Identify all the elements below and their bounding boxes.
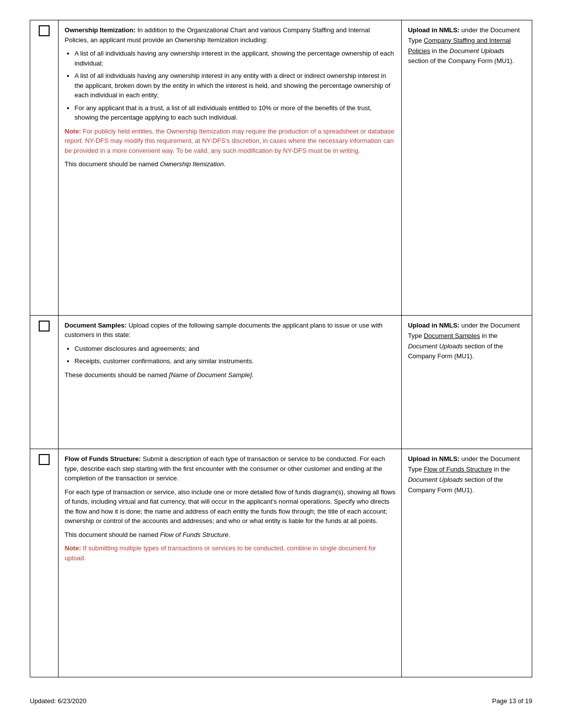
checkbox-cell-ownership[interactable] (30, 20, 59, 316)
list-item: For any applicant that is a trust, a lis… (74, 103, 395, 123)
content-cell-document-samples: Document Samples: Upload copies of the f… (59, 315, 402, 449)
upload-text-flow-of-funds: Upload in NMLS: under the Document Type … (408, 454, 526, 495)
ownership-title: Ownership Itemization: (64, 26, 135, 34)
note-label: Note: (64, 544, 81, 552)
footer-page: Page 13 of 19 (492, 697, 532, 705)
document-samples-closing: These documents should be named [Name of… (64, 370, 395, 380)
footer-updated: Updated: 6/23/2020 (30, 697, 86, 705)
table-row: Document Samples: Upload copies of the f… (30, 315, 532, 449)
upload-cell-document-samples: Upload in NMLS: under the Document Type … (402, 315, 532, 449)
checkbox-document-samples[interactable] (39, 321, 50, 331)
note-label: Note: (64, 128, 81, 135)
upload-cell-ownership: Upload in NMLS: under the Document Type … (402, 20, 532, 316)
page-container: Ownership Itemization: In addition to th… (30, 20, 532, 705)
content-cell-flow-of-funds: Flow of Funds Structure: Submit a descri… (59, 449, 402, 677)
main-table: Ownership Itemization: In addition to th… (30, 20, 532, 677)
ownership-closing: This document should be named Ownership … (64, 159, 395, 169)
flow-of-funds-title: Flow of Funds Structure: (64, 455, 141, 463)
list-item: Customer disclosures and agreements; and (74, 344, 395, 354)
table-row: Flow of Funds Structure: Submit a descri… (30, 449, 532, 677)
upload-text-ownership: Upload in NMLS: under the Document Type … (408, 25, 526, 66)
ownership-note: Note: For publicly held entities, the Ow… (64, 127, 395, 156)
document-samples-title: Document Samples: (64, 322, 126, 329)
note-body: For publicly held entities, the Ownershi… (64, 128, 394, 154)
page-footer: Updated: 6/23/2020 Page 13 of 19 (30, 697, 532, 705)
document-samples-bullet-list: Customer disclosures and agreements; and… (74, 344, 395, 366)
list-item: Receipts, customer confirmations, and an… (74, 356, 395, 366)
checkbox-cell-document-samples[interactable] (30, 315, 59, 449)
checkbox-cell-flow-of-funds[interactable] (30, 449, 59, 677)
table-row: Ownership Itemization: In addition to th… (30, 20, 532, 316)
flow-of-funds-closing: This document should be named Flow of Fu… (64, 530, 395, 540)
ownership-bullet-list: A list of all individuals having any own… (74, 49, 395, 123)
checkbox-flow-of-funds[interactable] (39, 454, 50, 465)
content-cell-ownership: Ownership Itemization: In addition to th… (59, 20, 402, 316)
flow-of-funds-para2: For each type of transaction or service,… (64, 487, 395, 526)
list-item: A list of all individuals having any own… (74, 71, 395, 100)
checkbox-ownership[interactable] (39, 25, 50, 36)
upload-cell-flow-of-funds: Upload in NMLS: under the Document Type … (402, 449, 532, 677)
note-body: If submitting multiple types of transact… (64, 544, 376, 562)
list-item: A list of all individuals having any own… (74, 49, 395, 68)
flow-of-funds-note: Note: If submitting multiple types of tr… (64, 543, 395, 563)
upload-text-document-samples: Upload in NMLS: under the Document Type … (408, 321, 526, 362)
